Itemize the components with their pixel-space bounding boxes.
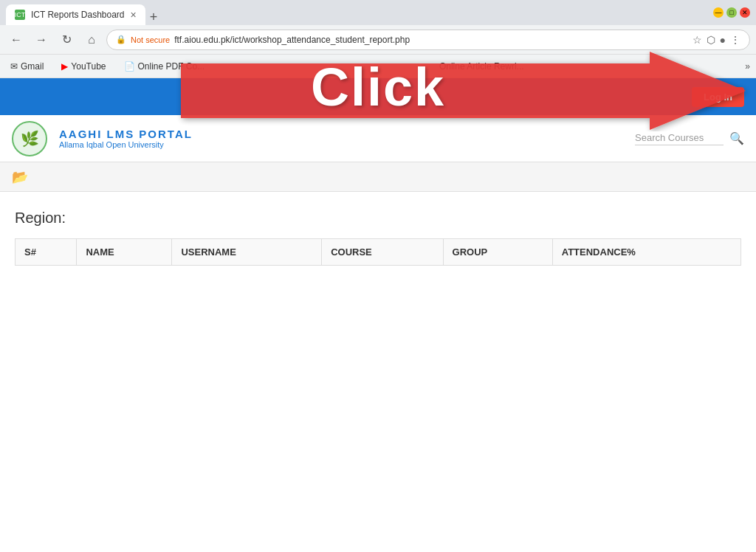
tab-area: ICT ICT Reports Dashboard × + [6,0,707,25]
bookmark-star-icon[interactable]: ☆ [693,34,702,46]
bookmark-article-label: Online Article Rewri... [439,61,524,72]
menu-icon[interactable]: ⋮ [730,34,740,46]
gmail-icon: ✉ [10,61,18,72]
tab-favicon: ICT [15,10,25,20]
home-button[interactable]: ⌂ [81,30,102,50]
login-button[interactable]: Log In [692,87,744,107]
col-header-name: NAME [77,239,172,266]
bookmark-gmail-label: Gmail [21,61,44,72]
browser-nav-bar: ← → ↻ ⌂ 🔒 Not secure ftf.aiou.edu.pk/ict… [0,25,756,55]
refresh-button[interactable]: ↻ [56,30,77,50]
lms-subtitle: Allama Iqbal Open University [59,140,193,149]
bookmark-pdf-label: Online PDF Co... [138,61,205,72]
folder-icon: 📂 [12,169,28,185]
lms-logo: 🌿 [12,121,47,156]
col-header-username: USERNAME [172,239,322,266]
back-button[interactable]: ← [6,30,27,50]
region-label: Region: [15,210,741,227]
table-header-row: S# NAME USERNAME COURSE GROUP ATTENDANCE… [16,239,741,266]
extensions-icon[interactable]: ⬡ [707,34,715,46]
active-tab[interactable]: ICT ICT Reports Dashboard × [6,4,145,25]
search-courses-area: Search Courses 🔍 [635,131,744,145]
col-header-course: COURSE [322,239,443,266]
close-button[interactable]: ✕ [740,7,750,18]
site-header: Log In [0,78,756,115]
bookmarks-overflow[interactable]: » [745,61,750,72]
col-header-attendance: ATTENDANCE% [552,239,740,266]
account-icon[interactable]: ● [720,34,726,46]
not-secure-label: Not secure [131,35,170,44]
lms-title-block: AAGHI LMS PORTAL Allama Iqbal Open Unive… [59,128,193,149]
lock-icon: 🔒 [116,35,126,44]
address-bar[interactable]: 🔒 Not secure ftf.aiou.edu.pk/ict/worksho… [106,30,750,50]
search-button[interactable]: 🔍 [729,131,744,145]
url-text: ftf.aiou.edu.pk/ict/workshop_attendance_… [174,35,687,45]
main-content: Region: S# NAME USERNAME COURSE GROUP AT… [0,192,756,283]
bookmarks-bar: ✉ Gmail ▶ YouTube 📄 Online PDF Co... Onl… [0,55,756,78]
col-header-group: GROUP [443,239,552,266]
breadcrumb-bar: 📂 [0,162,756,192]
table-header: S# NAME USERNAME COURSE GROUP ATTENDANCE… [16,239,741,266]
window-controls: — □ ✕ [713,7,750,18]
tab-title: ICT Reports Dashboard [31,10,125,20]
maximize-button[interactable]: □ [726,7,737,18]
lms-logo-icon: 🌿 [21,130,39,148]
bookmark-youtube-label: YouTube [71,61,106,72]
pdf-icon: 📄 [124,61,135,72]
forward-button[interactable]: → [31,30,52,50]
bookmark-article[interactable]: Online Article Rewri... [435,60,529,73]
tab-close-button[interactable]: × [131,10,137,20]
col-header-sno: S# [16,239,77,266]
report-table: S# NAME USERNAME COURSE GROUP ATTENDANCE… [15,238,741,266]
new-tab-button[interactable]: + [145,10,162,25]
lms-header: 🌿 AAGHI LMS PORTAL Allama Iqbal Open Uni… [0,115,756,162]
lms-title: AAGHI LMS PORTAL [59,128,193,140]
browser-title-bar: ICT ICT Reports Dashboard × + — □ ✕ [0,0,756,25]
minimize-button[interactable]: — [713,7,724,18]
bookmark-gmail[interactable]: ✉ Gmail [6,60,48,73]
search-courses-input[interactable]: Search Courses [635,132,724,145]
bookmark-youtube[interactable]: ▶ YouTube [57,60,110,73]
bookmark-pdf[interactable]: 📄 Online PDF Co... [120,60,210,73]
youtube-icon: ▶ [61,61,68,72]
